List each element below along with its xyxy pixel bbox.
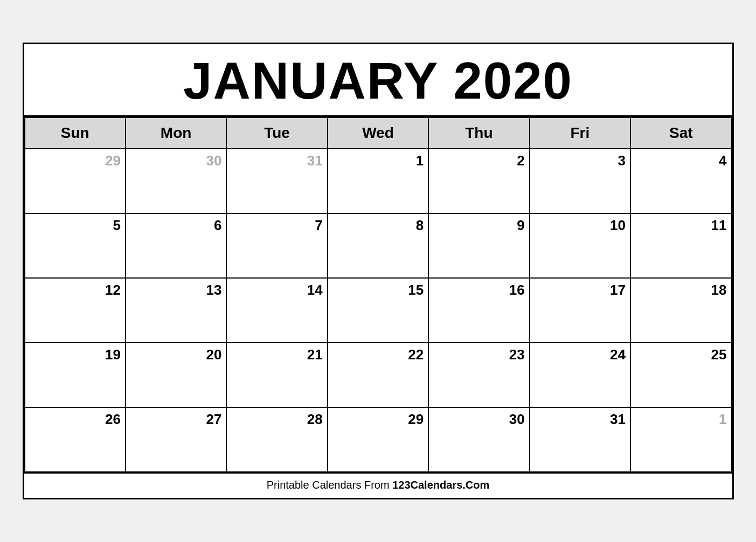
calendar-day-cell: 10 <box>530 213 630 278</box>
calendar-day-cell: 11 <box>630 213 731 278</box>
col-wed: Wed <box>328 117 428 149</box>
day-number: 24 <box>535 346 626 363</box>
calendar-footer: Printable Calendars From 123Calendars.Co… <box>24 472 732 498</box>
col-thu: Thu <box>428 117 529 149</box>
calendar-day-cell: 20 <box>126 343 226 407</box>
day-number: 17 <box>535 282 626 298</box>
col-sun: Sun <box>25 117 126 149</box>
calendar-header-row: Sun Mon Tue Wed Thu Fri Sat <box>25 117 732 149</box>
calendar-day-cell: 30 <box>126 149 226 213</box>
calendar-day-cell: 25 <box>630 343 731 407</box>
calendar-day-cell: 21 <box>226 343 327 407</box>
calendar-day-cell: 31 <box>530 407 630 472</box>
calendar-day-cell: 2 <box>428 149 529 213</box>
calendar-week-row: 2627282930311 <box>25 407 732 472</box>
day-number: 8 <box>332 217 424 234</box>
day-number: 23 <box>433 346 524 363</box>
col-tue: Tue <box>226 117 327 149</box>
days-of-week-row: Sun Mon Tue Wed Thu Fri Sat <box>25 117 732 149</box>
day-number: 6 <box>130 217 221 234</box>
day-number: 27 <box>130 411 221 428</box>
day-number: 9 <box>433 217 524 234</box>
day-number: 2 <box>433 152 524 169</box>
day-number: 29 <box>332 411 424 428</box>
day-number: 26 <box>30 411 121 428</box>
calendar-day-cell: 14 <box>226 278 327 343</box>
calendar-day-cell: 31 <box>226 149 327 213</box>
day-number: 19 <box>30 346 121 363</box>
day-number: 30 <box>433 411 524 428</box>
calendar-week-row: 19202122232425 <box>25 343 732 407</box>
calendar-day-cell: 1 <box>328 149 428 213</box>
calendar-day-cell: 26 <box>25 407 126 472</box>
day-number: 28 <box>231 411 322 428</box>
col-mon: Mon <box>126 117 226 149</box>
calendar-day-cell: 19 <box>25 343 126 407</box>
day-number: 4 <box>635 152 726 169</box>
calendar-week-row: 567891011 <box>25 213 732 278</box>
day-number: 21 <box>231 346 322 363</box>
day-number: 12 <box>30 282 121 298</box>
calendar-day-cell: 30 <box>428 407 529 472</box>
calendar-day-cell: 13 <box>126 278 226 343</box>
calendar-container: JANUARY 2020 Sun Mon Tue Wed Thu Fri Sat… <box>23 43 734 500</box>
day-number: 1 <box>635 411 726 428</box>
calendar-day-cell: 15 <box>328 278 428 343</box>
calendar-day-cell: 16 <box>428 278 529 343</box>
day-number: 18 <box>635 282 726 298</box>
calendar-day-cell: 3 <box>530 149 630 213</box>
day-number: 3 <box>535 152 626 169</box>
calendar-day-cell: 4 <box>630 149 731 213</box>
calendar-day-cell: 24 <box>530 343 630 407</box>
calendar-day-cell: 29 <box>25 149 126 213</box>
calendar-day-cell: 9 <box>428 213 529 278</box>
day-number: 31 <box>231 152 322 169</box>
day-number: 5 <box>30 217 121 234</box>
calendar-day-cell: 8 <box>328 213 428 278</box>
calendar-day-cell: 23 <box>428 343 529 407</box>
day-number: 14 <box>231 282 322 298</box>
calendar-week-row: 2930311234 <box>25 149 732 213</box>
calendar-day-cell: 29 <box>328 407 428 472</box>
day-number: 15 <box>332 282 424 298</box>
day-number: 1 <box>332 152 424 169</box>
calendar-day-cell: 6 <box>126 213 226 278</box>
calendar-day-cell: 22 <box>328 343 428 407</box>
calendar-table: Sun Mon Tue Wed Thu Fri Sat 293031123456… <box>24 117 732 472</box>
col-sat: Sat <box>630 117 731 149</box>
day-number: 25 <box>635 346 726 363</box>
col-fri: Fri <box>530 117 630 149</box>
footer-text-bold: 123Calendars.Com <box>392 479 489 491</box>
calendar-header: JANUARY 2020 <box>24 44 732 117</box>
day-number: 11 <box>635 217 726 234</box>
calendar-day-cell: 12 <box>25 278 126 343</box>
calendar-body: 2930311234567891011121314151617181920212… <box>25 149 732 472</box>
calendar-day-cell: 28 <box>226 407 327 472</box>
calendar-day-cell: 27 <box>126 407 226 472</box>
calendar-day-cell: 5 <box>25 213 126 278</box>
day-number: 20 <box>130 346 221 363</box>
footer-text-plain: Printable Calendars From <box>267 479 392 491</box>
calendar-day-cell: 17 <box>530 278 630 343</box>
day-number: 31 <box>535 411 626 428</box>
day-number: 10 <box>535 217 626 234</box>
calendar-day-cell: 7 <box>226 213 327 278</box>
calendar-week-row: 12131415161718 <box>25 278 732 343</box>
day-number: 13 <box>130 282 221 298</box>
day-number: 29 <box>30 152 121 169</box>
calendar-title: JANUARY 2020 <box>30 54 727 108</box>
day-number: 7 <box>231 217 322 234</box>
calendar-day-cell: 18 <box>630 278 731 343</box>
calendar-day-cell: 1 <box>630 407 731 472</box>
day-number: 30 <box>130 152 221 169</box>
day-number: 16 <box>433 282 524 298</box>
day-number: 22 <box>332 346 424 363</box>
